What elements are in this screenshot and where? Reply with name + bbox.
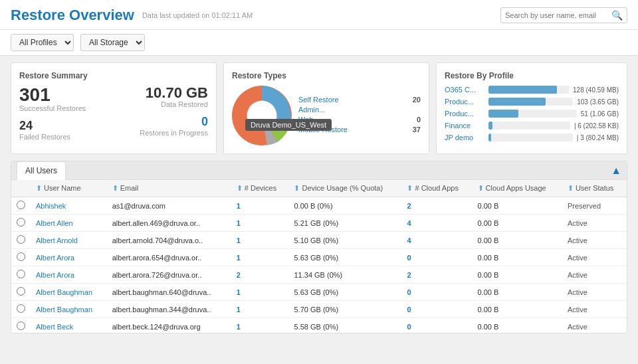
- user-cloud-usage-1: 0.00 B: [473, 215, 562, 232]
- user-name-link-0[interactable]: Abhishek: [36, 202, 66, 210]
- search-input[interactable]: [505, 11, 611, 19]
- col-device-usage: ⬆Device Usage (% Quota): [288, 180, 401, 197]
- types-title: Restore Types: [232, 71, 421, 80]
- user-cloud-usage-4: 0.00 B: [473, 266, 562, 284]
- profile-item-3: Finance | 6 (202.58 KB): [445, 122, 619, 130]
- table-row: Albert Beck albert.beck.124@druva.org 1 …: [11, 318, 627, 333]
- legend-count-mobile: 37: [413, 126, 421, 134]
- users-table: ⬆User Name ⬆Email ⬆# Devices ⬆Device Usa…: [11, 180, 627, 333]
- user-device-usage-7: 5.58 GB (0%): [288, 318, 401, 333]
- profile-bar-4: [488, 134, 491, 141]
- row-radio-2[interactable]: [17, 235, 25, 244]
- user-devices-0: 1: [231, 197, 289, 215]
- data-label: Data Restored: [115, 100, 208, 108]
- user-name-link-2[interactable]: Albert Arnold: [36, 236, 78, 244]
- profile-item-0: O365 C... 128 (40.59 MB): [445, 86, 619, 94]
- col-devices: ⬆# Devices: [231, 180, 289, 197]
- user-cloud-apps-3: 0: [401, 249, 472, 266]
- user-devices-6: 1: [231, 301, 289, 318]
- user-name-link-1[interactable]: Albert Allen: [36, 219, 73, 227]
- user-device-usage-1: 5.21 GB (0%): [288, 215, 401, 232]
- profile-name-2: Produc...: [445, 110, 484, 118]
- user-device-usage-2: 5.10 GB (0%): [288, 232, 401, 249]
- user-name-link-4[interactable]: Albert Arora: [36, 271, 74, 279]
- user-cloud-usage-2: 0.00 B: [473, 232, 562, 249]
- user-status-0: Preserved: [562, 197, 627, 215]
- profile-bar-container-0: [488, 86, 569, 94]
- table-row: Albert Arnold albert.arnold.704@druva.o.…: [11, 232, 627, 249]
- summary-panels: Restore Summary 301 Successful Restores …: [0, 56, 638, 161]
- user-cloud-apps-4: 2: [401, 266, 472, 284]
- tab-all-users[interactable]: All Users: [17, 161, 66, 180]
- last-updated: Data last updated on 01:02:11 AM: [142, 11, 500, 19]
- successful-count: 301: [19, 86, 112, 104]
- user-devices-3: 1: [231, 249, 289, 266]
- user-email-1: albert.allen.469@druva.or..: [107, 215, 231, 232]
- profile-bar-container-3: [488, 122, 570, 130]
- page-title: Restore Overview: [11, 7, 134, 24]
- legend-count-self: 20: [413, 96, 421, 104]
- table-row: Albert Arora albert.arora.726@druva.or..…: [11, 266, 627, 284]
- user-email-5: albert.baughman.640@druva..: [107, 284, 231, 301]
- table-row: Albert Allen albert.allen.469@druva.or..…: [11, 215, 627, 232]
- table-row: Albert Arora albert.arora.654@druva.or..…: [11, 249, 627, 266]
- user-email-0: as1@druva.com: [107, 197, 231, 215]
- col-username: ⬆User Name: [31, 180, 107, 197]
- row-radio-3[interactable]: [17, 252, 25, 261]
- in-progress-count: 0: [115, 115, 208, 129]
- pie-chart: Druva Demo_US_West: [232, 86, 292, 145]
- user-email-2: albert.arnold.704@druva.o..: [107, 232, 231, 249]
- failed-count: 24: [19, 119, 112, 133]
- col-radio: [11, 180, 31, 197]
- user-devices-1: 1: [231, 215, 289, 232]
- row-radio-7[interactable]: [17, 321, 25, 330]
- profile-filter[interactable]: All Profiles: [11, 34, 74, 51]
- profile-title: Restore By Profile: [445, 71, 619, 80]
- table-wrapper[interactable]: ⬆User Name ⬆Email ⬆# Devices ⬆Device Usa…: [11, 180, 627, 333]
- user-name-link-6[interactable]: Albert Baughman: [36, 306, 92, 314]
- row-radio-1[interactable]: [17, 218, 25, 227]
- user-status-4: Active: [562, 266, 627, 284]
- user-cloud-apps-7: 0: [401, 318, 472, 333]
- user-name-link-7[interactable]: Albert Beck: [36, 323, 73, 331]
- user-cloud-usage-5: 0.00 B: [473, 284, 562, 301]
- user-devices-7: 1: [231, 318, 289, 333]
- legend-label-self: Self Restore: [298, 96, 339, 104]
- user-device-usage-6: 5.70 GB (0%): [288, 301, 401, 318]
- user-cloud-usage-0: 0.00 B: [473, 197, 562, 215]
- successful-label: Successful Restores: [19, 104, 112, 112]
- user-status-6: Active: [562, 301, 627, 318]
- user-name-link-3[interactable]: Albert Arora: [36, 254, 74, 262]
- collapse-button[interactable]: ▲: [611, 165, 621, 177]
- row-radio-4[interactable]: [17, 270, 25, 278]
- profile-value-4: | 3 (80.24 MB): [577, 134, 619, 141]
- profile-value-2: 51 (1.06 GB): [581, 110, 619, 118]
- profile-bar-container-1: [488, 98, 573, 106]
- user-cloud-usage-3: 0.00 B: [473, 249, 562, 266]
- user-cloud-apps-2: 4: [401, 232, 472, 249]
- user-email-7: albert.beck.124@druva.org: [107, 318, 231, 333]
- user-cloud-usage-7: 0.00 B: [473, 318, 562, 333]
- search-icon: 🔍: [611, 10, 623, 21]
- user-name-link-5[interactable]: Albert Baughman: [36, 288, 92, 296]
- col-email: ⬆Email: [107, 180, 231, 197]
- profile-bar-container-2: [488, 110, 577, 118]
- profile-name-1: Produc...: [445, 98, 484, 106]
- user-status-2: Active: [562, 232, 627, 249]
- row-radio-0[interactable]: [17, 201, 25, 209]
- row-radio-5[interactable]: [17, 287, 25, 296]
- in-progress-label: Restores in Progress: [115, 129, 208, 137]
- row-radio-6[interactable]: [17, 304, 25, 313]
- restore-summary-panel: Restore Summary 301 Successful Restores …: [11, 62, 217, 154]
- search-box[interactable]: 🔍: [500, 7, 627, 23]
- filter-bar: All Profiles All Storage: [0, 30, 638, 56]
- user-email-3: albert.arora.654@druva.or..: [107, 249, 231, 266]
- table-tabs-bar: All Users ▲: [11, 161, 627, 180]
- pie-tooltip: Druva Demo_US_West: [245, 119, 332, 131]
- user-status-5: Active: [562, 284, 627, 301]
- profile-bar-0: [488, 86, 557, 94]
- user-status-7: Active: [562, 318, 627, 333]
- user-device-usage-3: 5.63 GB (0%): [288, 249, 401, 266]
- storage-filter[interactable]: All Storage: [80, 34, 145, 51]
- user-cloud-apps-0: 2: [401, 197, 472, 215]
